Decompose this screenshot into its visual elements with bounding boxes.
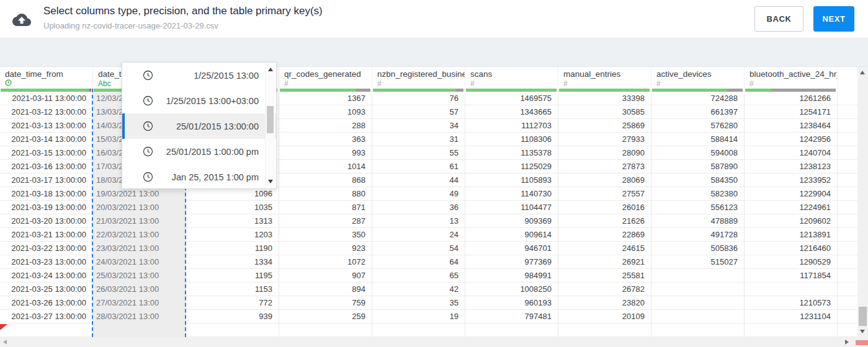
table-cell: 31 xyxy=(372,133,465,146)
table-cell: 1242956 xyxy=(745,133,838,146)
table-cell: 977369 xyxy=(465,255,558,268)
scroll-up-icon[interactable] xyxy=(268,68,273,71)
table-cell: 1171854 xyxy=(745,269,838,282)
table-cell: 1367 xyxy=(279,92,372,105)
page-title: Select columns type, precision, and the … xyxy=(43,5,323,17)
table-cell: 772 xyxy=(186,296,279,309)
table-cell: 21626 xyxy=(558,214,651,227)
column-name: qr_codes_generated xyxy=(284,69,369,79)
table-row: 2021-03-26 13:00:0027/03/2021 13:0077275… xyxy=(0,296,857,310)
column-header[interactable]: manual_entries# xyxy=(558,67,651,89)
table-cell: 25869 xyxy=(558,119,651,132)
table-cell: 1008250 xyxy=(465,283,558,296)
table-cell: 1224961 xyxy=(745,201,838,214)
column-header[interactable]: date_time_from xyxy=(0,67,93,89)
row-filler xyxy=(838,242,857,255)
table-cell: 20/03/2021 13:00 xyxy=(93,201,186,214)
vertical-scroll-thumb[interactable] xyxy=(859,307,867,326)
table-cell: 724288 xyxy=(651,92,745,105)
table-cell: 23820 xyxy=(558,296,651,309)
horizontal-scrollbar[interactable] xyxy=(0,337,857,347)
scroll-right-icon[interactable] xyxy=(845,340,849,345)
scroll-up-icon[interactable] xyxy=(860,71,865,74)
dropdown-option-label: Jan 25, 2015 1:00 pm xyxy=(153,172,259,182)
vertical-scrollbar[interactable] xyxy=(857,67,868,337)
row-filler xyxy=(838,323,857,336)
table-row xyxy=(0,323,857,337)
table-cell: 1014 xyxy=(279,160,372,173)
column-header[interactable]: qr_codes_generated# xyxy=(279,67,372,89)
table-cell xyxy=(651,269,745,282)
table-cell: 797481 xyxy=(465,310,558,323)
number-type-label: # xyxy=(656,79,741,87)
row-filler xyxy=(838,269,857,282)
dropdown-option[interactable]: 25/01/2015 1:00:00 pm xyxy=(122,139,276,164)
table-cell: 907 xyxy=(279,269,372,282)
table-cell: 661397 xyxy=(651,105,745,118)
scroll-left-icon[interactable] xyxy=(3,340,7,345)
next-button[interactable]: NEXT xyxy=(813,6,854,32)
table-cell: 894 xyxy=(279,283,372,296)
dropdown-scroll-thumb[interactable] xyxy=(267,106,274,133)
column-header[interactable]: active_devices# xyxy=(651,67,745,89)
table-cell xyxy=(651,310,745,323)
number-type-label: # xyxy=(563,79,648,87)
table-cell: 993 xyxy=(279,146,372,159)
dropdown-option[interactable]: Jan 25, 2015 1:00 pm xyxy=(122,164,276,190)
column-header[interactable]: nzbn_registered_busine# xyxy=(372,67,465,89)
table-row: 2021-03-20 13:00:0021/03/2021 13:0013132… xyxy=(0,214,857,228)
table-cell: 28/03/2021 13:00 xyxy=(93,310,186,323)
table-cell: 1213891 xyxy=(745,228,838,241)
table-cell: 25581 xyxy=(558,269,651,282)
table-cell: 54 xyxy=(372,242,465,255)
table-cell: 363 xyxy=(279,133,372,146)
table-cell: 1343665 xyxy=(465,105,558,118)
table-cell: 26921 xyxy=(558,255,651,268)
scroll-down-icon[interactable] xyxy=(860,330,865,333)
table-cell: 19 xyxy=(372,310,465,323)
column-name: bluetooth_active_24_hr_ xyxy=(749,69,834,79)
table-cell: 65 xyxy=(372,269,465,282)
table-cell: 1233952 xyxy=(745,174,838,187)
table-cell: 2021-03-25 13:00:00 xyxy=(0,283,93,296)
table-cell: 556123 xyxy=(651,201,745,214)
table-cell: 909369 xyxy=(465,214,558,227)
dropdown-option[interactable]: 1/25/2015 13:00+03:00 xyxy=(122,88,276,113)
table-cell: 33398 xyxy=(558,92,651,105)
dropdown-option[interactable]: 25/01/2015 13:00:00 xyxy=(122,113,276,139)
table-cell: 2021-03-19 13:00:00 xyxy=(0,201,93,214)
table-cell xyxy=(372,323,465,336)
column-header[interactable]: scans# xyxy=(465,67,558,89)
table-cell xyxy=(465,323,558,336)
table-cell: 2021-03-15 13:00:00 xyxy=(0,146,93,159)
table-cell: 946701 xyxy=(465,242,558,255)
table-cell: 1313 xyxy=(186,214,279,227)
table-cell: 22/03/2021 13:00 xyxy=(93,228,186,241)
clock-icon xyxy=(143,146,153,157)
table-cell: 21/03/2021 13:00 xyxy=(93,214,186,227)
cloud-upload-icon xyxy=(12,11,31,29)
dropdown-option[interactable]: 1/25/2015 13:00 xyxy=(122,63,276,88)
table-cell: 1093 xyxy=(279,105,372,118)
table-cell: 1240704 xyxy=(745,146,838,159)
table-cell: 1203 xyxy=(186,228,279,241)
column-header[interactable]: bluetooth_active_24_hr_# xyxy=(745,67,838,89)
table-cell: 1190 xyxy=(186,242,279,255)
table-cell: 1153 xyxy=(186,283,279,296)
table-cell xyxy=(651,323,745,336)
table-cell: 1105893 xyxy=(465,174,558,187)
table-cell: 55 xyxy=(372,146,465,159)
row-filler xyxy=(838,92,857,105)
table-cell: 27557 xyxy=(558,187,651,200)
table-cell: 2021-03-23 13:00:00 xyxy=(0,255,93,268)
table-cell: 24615 xyxy=(558,242,651,255)
dropdown-scrollbar[interactable] xyxy=(265,63,275,188)
back-button[interactable]: BACK xyxy=(754,6,803,32)
scroll-down-icon[interactable] xyxy=(268,180,273,183)
table-cell: 22869 xyxy=(558,228,651,241)
table-cell: 24 xyxy=(372,228,465,241)
number-type-label: # xyxy=(470,79,555,87)
table-cell: 2021-03-20 13:00:00 xyxy=(0,214,93,227)
dropdown-options: 1/25/2015 13:001/25/2015 13:00+03:0025/0… xyxy=(122,63,276,190)
column-name: active_devices xyxy=(656,69,741,79)
